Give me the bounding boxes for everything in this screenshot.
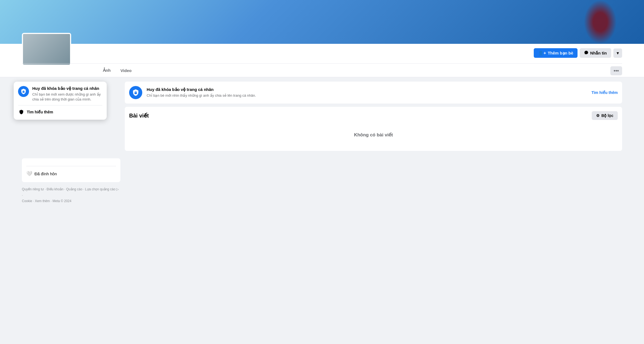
privacy-notice-card: Huy đã khóa bảo vệ trang cá nhân Chỉ bạn…: [125, 82, 622, 104]
posts-title: Bài viết: [129, 112, 149, 119]
footer-ads[interactable]: Quảng cáo: [66, 187, 82, 191]
profile-avatar: [22, 33, 71, 66]
cover-photo: [0, 0, 644, 44]
tabs-more-button[interactable]: •••: [610, 66, 622, 75]
privacy-popup-title: Huy đã khóa bảo vệ trang cá nhân: [32, 86, 102, 91]
lock-icon: [18, 109, 25, 115]
message-icon: [584, 50, 588, 56]
posts-card: Bài viết ⚙ Bộ lọc Không có bài viết: [125, 107, 622, 151]
chevron-down-icon: ▾: [617, 51, 619, 55]
add-friend-icon: 👤+: [538, 50, 546, 56]
privacy-notice-icon: [129, 86, 142, 99]
relationship-label: Đã đính hôn: [34, 171, 57, 176]
page-wrapper: 👤+ Thêm bạn bè Nhắn tin ▾ Ảnh Video: [0, 0, 644, 209]
footer-cookie[interactable]: Cookie: [22, 199, 32, 203]
privacy-popup-desc: Chỉ bạn bè mới xem được những gì anh ấy …: [32, 92, 102, 102]
footer-meta: Meta © 2024: [53, 199, 71, 203]
tab-anh[interactable]: Ảnh: [98, 65, 115, 77]
privacy-notice-learn-more[interactable]: Tìm hiểu thêm: [591, 90, 618, 95]
right-column: Huy đã khóa bảo vệ trang cá nhân Chỉ bạn…: [125, 82, 622, 151]
tab-video[interactable]: Video: [116, 65, 136, 77]
tabs-more-icon: •••: [614, 68, 619, 73]
learn-more-label: Tìm hiểu thêm: [27, 110, 53, 114]
popup-divider: [18, 105, 102, 105]
no-posts-message: Không có bài viết: [129, 123, 618, 147]
privacy-notice-title: Huy đã khóa bảo vệ trang cá nhân: [147, 87, 587, 92]
heart-icon: 🤍: [26, 171, 32, 177]
privacy-popup-text: Huy đã khóa bảo vệ trang cá nhân Chỉ bạn…: [32, 86, 102, 102]
footer-links: Quyền riêng tư · Điều khoản · Quảng cáo …: [22, 187, 120, 204]
footer-terms[interactable]: Điều khoản: [47, 187, 63, 191]
profile-tabs: Ảnh Video •••: [22, 63, 622, 77]
add-friend-button[interactable]: 👤+ Thêm bạn bè: [534, 48, 578, 58]
more-button[interactable]: ▾: [613, 48, 622, 58]
popup-learn-more[interactable]: Tìm hiểu thêm: [18, 109, 102, 115]
privacy-notice-text: Huy đã khóa bảo vệ trang cá nhân Chỉ bạn…: [147, 87, 587, 98]
filter-label: Bộ lọc: [601, 113, 613, 118]
filter-icon: ⚙: [596, 113, 600, 118]
cover-photo-blur: [584, 0, 617, 44]
privacy-notice-desc: Chỉ bạn bè mới nhìn thấy những gì anh ấy…: [147, 93, 587, 98]
posts-header: Bài viết ⚙ Bộ lọc: [129, 111, 618, 120]
info-divider: [26, 166, 116, 166]
filter-button[interactable]: ⚙ Bộ lọc: [592, 111, 618, 120]
avatar-image: [23, 34, 70, 65]
add-friend-label: Thêm bạn bè: [548, 51, 573, 56]
privacy-popup-icon: [18, 86, 29, 97]
relationship-item: 🤍 Đã đính hôn: [26, 170, 116, 178]
profile-section: 👤+ Thêm bạn bè Nhắn tin ▾ Ảnh Video: [0, 44, 644, 77]
footer-ad-choices[interactable]: Lựa chọn quảng cáo ▷: [85, 187, 119, 191]
footer-privacy[interactable]: Quyền riêng tư: [22, 187, 44, 191]
left-column: Huy đã khóa bảo vệ trang cá nhân Chỉ bạn…: [22, 82, 120, 204]
privacy-popup: Huy đã khóa bảo vệ trang cá nhân Chỉ bạn…: [14, 82, 107, 120]
footer-more[interactable]: Xem thêm: [35, 199, 50, 203]
message-label: Nhắn tin: [590, 51, 607, 56]
main-content: Huy đã khóa bảo vệ trang cá nhân Chỉ bạn…: [0, 77, 644, 209]
privacy-popup-header: Huy đã khóa bảo vệ trang cá nhân Chỉ bạn…: [18, 86, 102, 102]
message-button[interactable]: Nhắn tin: [580, 48, 611, 58]
profile-actions: 👤+ Thêm bạn bè Nhắn tin ▾: [22, 44, 622, 61]
info-card: 🤍 Đã đính hôn: [22, 158, 120, 182]
